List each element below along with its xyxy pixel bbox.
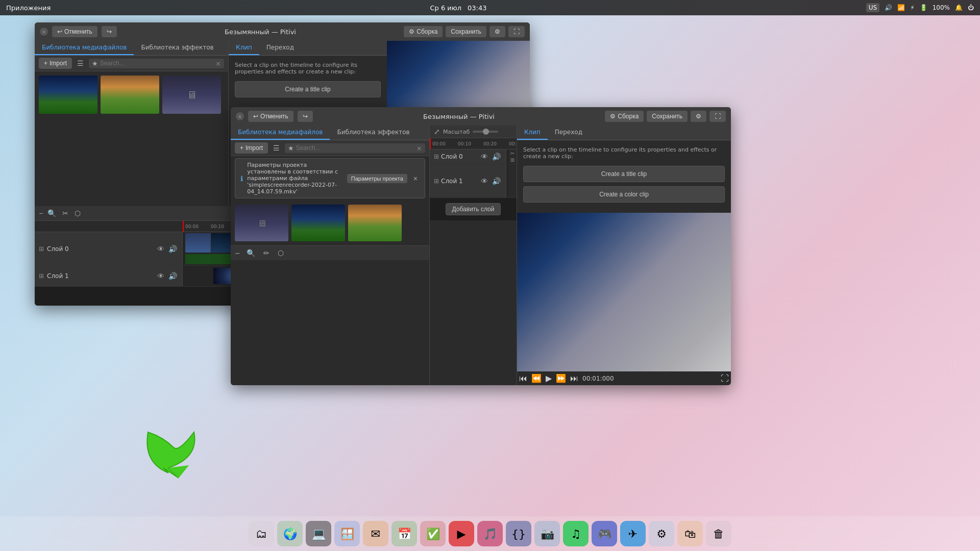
bg-layer0-eye[interactable]: 👁 — [156, 245, 165, 253]
fg-clip-panel: Select a clip on the timeline to configu… — [517, 140, 731, 213]
bg-media-thumb-3[interactable]: 🖥 — [162, 76, 221, 114]
fg-notif-close[interactable]: × — [411, 173, 420, 184]
bg-tab-effects[interactable]: Библиотека эффектов — [134, 41, 220, 55]
bg-clip-tabs: Клип Переход — [229, 41, 387, 56]
volume-icon[interactable]: 🔊 — [885, 4, 892, 11]
fg-clip-tab[interactable]: Клип — [517, 126, 548, 140]
bg-tab-media[interactable]: Библиотека медиафайлов — [35, 41, 134, 55]
dock: 🗂 🌍 💻 🪟 ✉ 📅 ✅ ▶ 🎵 {} 📷 ♫ 🎮 ✈ ⚙ 🛍 🗑 — [0, 516, 980, 551]
fg-zoom-out-icon[interactable]: − — [235, 249, 240, 257]
fg-titlebar: × ↩ Отменить ↪ Безымянный — Pitivi ⚙ Сбо… — [231, 107, 731, 126]
fg-redo-btn[interactable]: ↪ — [298, 111, 313, 122]
fg-layer1-eye[interactable]: 👁 — [480, 177, 489, 185]
dock-discord[interactable]: 🎮 — [592, 521, 617, 546]
bg-build-btn[interactable]: ⚙ Сборка — [404, 26, 443, 37]
fg-build-btn[interactable]: ⚙ Сборка — [605, 111, 644, 122]
dock-files[interactable]: 🗂 — [249, 521, 274, 546]
fg-step-forward[interactable]: ⏩ — [556, 373, 566, 383]
fg-fullscreen-btn[interactable]: ⛶ — [709, 111, 726, 122]
fg-fit-icon[interactable]: ⤢ — [434, 128, 440, 136]
fg-marker-tool[interactable]: ⬡ — [276, 248, 286, 258]
fg-strip-grid[interactable]: ⊞ — [510, 157, 514, 163]
fg-layer0-label: Слой 0 — [441, 153, 478, 160]
fg-settings-btn[interactable]: ⚙ — [691, 111, 706, 122]
fg-undo-btn[interactable]: ↩ Отменить — [248, 111, 293, 122]
fg-edit-tool[interactable]: ✏ — [261, 248, 272, 258]
dock-browser[interactable]: 🌍 — [277, 521, 303, 546]
fg-save-btn[interactable]: Сохранить — [647, 111, 688, 122]
fg-step-back[interactable]: ⏪ — [531, 373, 542, 383]
dock-store[interactable]: 🛍 — [677, 521, 703, 546]
dock-calendar[interactable]: 📅 — [391, 521, 417, 546]
fg-create-title-btn[interactable]: Create a title clip — [523, 166, 725, 182]
dock-music[interactable]: 🎵 — [477, 521, 503, 546]
fg-scale-slider[interactable] — [473, 131, 498, 133]
dock-software[interactable]: 🪟 — [334, 521, 360, 546]
fg-left-panel: Библиотека медиафайлов Библиотека эффект… — [231, 126, 430, 385]
dock-youtube[interactable]: ▶ — [449, 521, 474, 546]
fg-add-layer-btn[interactable]: Добавить слой — [446, 203, 501, 215]
fg-close-btn[interactable]: × — [236, 112, 244, 120]
fg-layer1-audio[interactable]: 🔊 — [491, 177, 502, 185]
fg-layer0-audio[interactable]: 🔊 — [491, 153, 502, 161]
fg-media-thumb-3[interactable] — [348, 205, 402, 241]
fg-layer0-eye[interactable]: 👁 — [480, 153, 489, 161]
bg-search-input[interactable] — [100, 60, 215, 67]
bg-razor-tool[interactable]: ✂ — [60, 208, 70, 218]
dock-mail[interactable]: ✉ — [363, 521, 388, 546]
bg-undo-btn[interactable]: ↩ Отменить — [52, 26, 97, 37]
bg-marker-tool[interactable]: ⬡ — [72, 208, 83, 218]
fg-prev-frame[interactable]: ⏮ — [519, 374, 527, 383]
notification-bell[interactable]: 🔔 — [955, 4, 963, 11]
dock-terminal[interactable]: 💻 — [306, 521, 331, 546]
bg-search-clear-icon[interactable]: × — [215, 60, 221, 67]
bg-scale-zoom-out[interactable]: − — [39, 210, 43, 217]
bg-layer0-audio[interactable]: 🔊 — [167, 245, 178, 253]
fg-tab-media[interactable]: Библиотека медиафайлов — [231, 126, 330, 140]
fg-search-clear-icon[interactable]: × — [416, 144, 422, 152]
fg-play-pause[interactable]: ▶ — [546, 373, 552, 383]
fg-notification-text: Параметры проекта установлены в соответс… — [247, 162, 343, 195]
fg-tab-effects[interactable]: Библиотека эффектов — [330, 126, 416, 140]
power-icon[interactable]: ⏻ — [968, 4, 974, 11]
bg-media-thumb-1[interactable] — [39, 76, 97, 114]
bg-layer1-eye[interactable]: 👁 — [156, 272, 165, 280]
fg-import-btn[interactable]: + Import — [235, 142, 268, 154]
app-menu[interactable]: Приложения — [6, 4, 51, 12]
bg-settings-btn[interactable]: ⚙ — [489, 26, 505, 37]
fg-media-thumb-1[interactable]: 🖥 — [235, 205, 288, 241]
fg-strip-scissors[interactable]: ✂ — [510, 151, 514, 156]
bg-layer1-audio[interactable]: 🔊 — [167, 272, 178, 280]
dock-photos[interactable]: 📷 — [534, 521, 560, 546]
bg-import-btn[interactable]: + Import — [39, 58, 72, 69]
fg-center-panel: ⤢ Масштаб 00:00 00:10 00:20 00:30 00:40 … — [430, 126, 517, 385]
fg-media-tabs: Библиотека медиафайлов Библиотека эффект… — [231, 126, 429, 140]
fg-transition-tab[interactable]: Переход — [548, 126, 590, 140]
bg-scale-tool[interactable]: 🔍 — [45, 208, 58, 218]
dock-code[interactable]: {} — [506, 521, 531, 546]
fg-next-frame[interactable]: ⏭ — [570, 374, 578, 383]
bg-media-thumb-2[interactable] — [101, 76, 159, 114]
dock-settings[interactable]: ⚙ — [649, 521, 674, 546]
bg-list-view-btn[interactable]: ☰ — [75, 58, 86, 68]
dock-telegram[interactable]: ✈ — [620, 521, 646, 546]
fg-preview-controls: ⏮ ⏪ ▶ ⏩ ⏭ 00:01:000 ⛶ — [517, 371, 731, 385]
bg-create-title-btn[interactable]: Create a title clip — [235, 81, 381, 97]
bg-redo-btn[interactable]: ↪ — [102, 26, 117, 37]
bg-save-btn[interactable]: Сохранить — [446, 26, 486, 37]
dock-trash[interactable]: 🗑 — [706, 521, 731, 546]
bg-close-btn[interactable]: × — [40, 28, 48, 36]
bg-transition-tab[interactable]: Переход — [259, 41, 301, 55]
bg-fullscreen-btn[interactable]: ⛶ — [508, 26, 525, 37]
dock-tasks[interactable]: ✅ — [420, 521, 446, 546]
fg-search-input[interactable] — [296, 144, 416, 152]
fg-preview-expand[interactable]: ⛶ — [721, 374, 729, 383]
bg-clip-tab[interactable]: Клип — [229, 41, 259, 55]
wifi-icon[interactable]: 📶 — [897, 4, 905, 11]
fg-create-color-btn[interactable]: Create a color clip — [523, 186, 725, 203]
dock-spotify[interactable]: ♫ — [563, 521, 589, 546]
fg-media-thumb-2[interactable] — [291, 205, 345, 241]
fg-project-params-btn[interactable]: Параметры проекта — [347, 174, 407, 183]
fg-list-view-btn[interactable]: ☰ — [271, 143, 282, 153]
fg-magnify-tool[interactable]: 🔍 — [244, 248, 257, 258]
